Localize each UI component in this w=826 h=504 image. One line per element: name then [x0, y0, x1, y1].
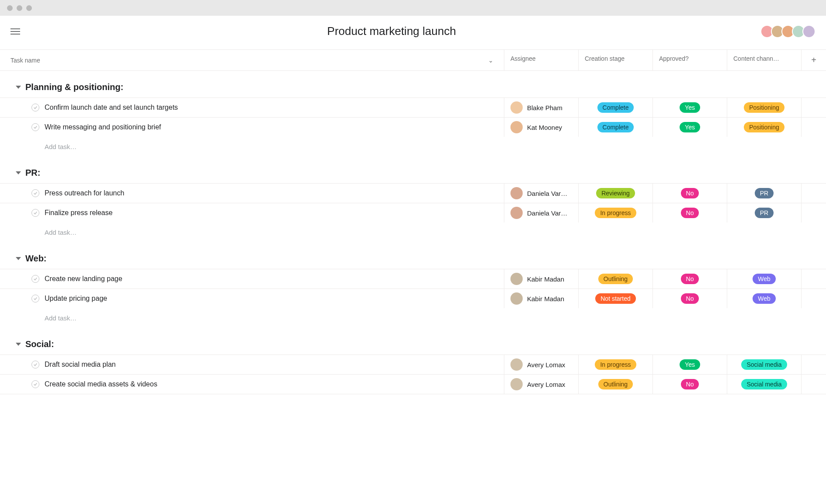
- window-control-zoom[interactable]: [26, 5, 32, 11]
- task-row[interactable]: Finalize press releaseDaniela Var…In pro…: [0, 203, 826, 222]
- section-header[interactable]: Social:: [0, 328, 826, 355]
- assignee-avatar: [510, 187, 523, 199]
- stage-pill: Complete: [597, 122, 634, 132]
- complete-check-icon[interactable]: [31, 361, 39, 368]
- approved-cell[interactable]: No: [653, 184, 727, 203]
- task-title: Confirm launch date and set launch targe…: [45, 104, 178, 111]
- column-assignee[interactable]: Assignee: [504, 50, 579, 70]
- assignee-avatar: [510, 292, 523, 305]
- complete-check-icon[interactable]: [31, 189, 39, 197]
- creation-stage-cell[interactable]: Complete: [579, 118, 653, 137]
- approved-pill: Yes: [680, 359, 700, 370]
- section-header[interactable]: Web:: [0, 242, 826, 269]
- approved-cell[interactable]: No: [653, 269, 727, 288]
- add-task-button[interactable]: Add task…: [0, 308, 826, 328]
- add-task-button[interactable]: Add task…: [0, 222, 826, 242]
- complete-check-icon[interactable]: [31, 275, 39, 283]
- task-row[interactable]: Confirm launch date and set launch targe…: [0, 97, 826, 117]
- channel-pill: Web: [753, 274, 776, 284]
- stage-pill: In progress: [595, 208, 636, 218]
- stage-pill: Reviewing: [596, 188, 635, 198]
- approved-cell[interactable]: No: [653, 289, 727, 308]
- assignee-name: Avery Lomax: [527, 381, 565, 388]
- channel-pill: Positioning: [744, 102, 784, 113]
- chevron-down-icon[interactable]: ⌄: [488, 57, 493, 64]
- app-header: Product marketing launch: [0, 16, 826, 50]
- menu-icon[interactable]: [10, 28, 20, 35]
- approved-cell[interactable]: No: [653, 375, 727, 394]
- creation-stage-cell[interactable]: Not started: [579, 289, 653, 308]
- task-title: Draft social media plan: [45, 361, 116, 368]
- row-extra-cell: [802, 355, 826, 374]
- column-creation-stage[interactable]: Creation stage: [579, 50, 653, 70]
- content-channel-cell[interactable]: Social media: [727, 355, 802, 374]
- task-row[interactable]: Update pricing pageKabir MadanNot starte…: [0, 288, 826, 308]
- approved-cell[interactable]: Yes: [653, 355, 727, 374]
- channel-pill: Social media: [741, 359, 787, 370]
- creation-stage-cell[interactable]: In progress: [579, 203, 653, 222]
- task-name-cell[interactable]: Create social media assets & videos: [0, 375, 504, 394]
- creation-stage-cell[interactable]: Reviewing: [579, 184, 653, 203]
- assignee-cell[interactable]: Kabir Madan: [504, 289, 579, 308]
- content-channel-cell[interactable]: Web: [727, 269, 802, 288]
- creation-stage-cell[interactable]: Complete: [579, 98, 653, 117]
- avatar[interactable]: [802, 25, 816, 38]
- task-name-cell[interactable]: Write messaging and positioning brief: [0, 118, 504, 137]
- content-channel-cell[interactable]: PR: [727, 184, 802, 203]
- assignee-cell[interactable]: Avery Lomax: [504, 375, 579, 394]
- caret-down-icon: [16, 343, 21, 346]
- window-control-minimize[interactable]: [17, 5, 22, 11]
- approved-cell[interactable]: No: [653, 203, 727, 222]
- task-name-cell[interactable]: Press outreach for launch: [0, 184, 504, 203]
- complete-check-icon[interactable]: [31, 123, 39, 131]
- section-header[interactable]: PR:: [0, 156, 826, 183]
- add-column-button[interactable]: +: [802, 50, 826, 70]
- task-name-cell[interactable]: Finalize press release: [0, 203, 504, 222]
- approved-cell[interactable]: Yes: [653, 98, 727, 117]
- task-row[interactable]: Draft social media planAvery LomaxIn pro…: [0, 355, 826, 374]
- window-control-close[interactable]: [7, 5, 13, 11]
- task-row[interactable]: Create new landing pageKabir MadanOutlin…: [0, 269, 826, 288]
- column-task-name[interactable]: Task name ⌄: [0, 50, 504, 70]
- complete-check-icon[interactable]: [31, 209, 39, 217]
- complete-check-icon[interactable]: [31, 295, 39, 302]
- task-title: Create social media assets & videos: [45, 380, 157, 388]
- row-extra-cell: [802, 289, 826, 308]
- assignee-cell[interactable]: Kat Mooney: [504, 118, 579, 137]
- task-name-cell[interactable]: Create new landing page: [0, 269, 504, 288]
- section-header[interactable]: Planning & positioning:: [0, 71, 826, 97]
- stage-pill: Outlining: [598, 379, 633, 389]
- content-channel-cell[interactable]: PR: [727, 203, 802, 222]
- task-name-cell[interactable]: Draft social media plan: [0, 355, 504, 374]
- assignee-cell[interactable]: Kabir Madan: [504, 269, 579, 288]
- content-channel-cell[interactable]: Web: [727, 289, 802, 308]
- creation-stage-cell[interactable]: Outlining: [579, 269, 653, 288]
- approved-cell[interactable]: Yes: [653, 118, 727, 137]
- add-task-button[interactable]: Add task…: [0, 137, 826, 156]
- complete-check-icon[interactable]: [31, 380, 39, 388]
- column-approved[interactable]: Approved?: [653, 50, 727, 70]
- collaborator-avatars[interactable]: [763, 25, 816, 38]
- column-content-channel[interactable]: Content chann…: [727, 50, 802, 70]
- caret-down-icon: [16, 171, 21, 174]
- task-row[interactable]: Create social media assets & videosAvery…: [0, 374, 826, 394]
- task-name-cell[interactable]: Update pricing page: [0, 289, 504, 308]
- task-name-cell[interactable]: Confirm launch date and set launch targe…: [0, 98, 504, 117]
- creation-stage-cell[interactable]: In progress: [579, 355, 653, 374]
- content-channel-cell[interactable]: Social media: [727, 375, 802, 394]
- approved-pill: No: [681, 188, 699, 198]
- creation-stage-cell[interactable]: Outlining: [579, 375, 653, 394]
- content-channel-cell[interactable]: Positioning: [727, 98, 802, 117]
- assignee-cell[interactable]: Avery Lomax: [504, 355, 579, 374]
- task-row[interactable]: Press outreach for launchDaniela Var…Rev…: [0, 183, 826, 203]
- content-channel-cell[interactable]: Positioning: [727, 118, 802, 137]
- assignee-cell[interactable]: Blake Pham: [504, 98, 579, 117]
- assignee-cell[interactable]: Daniela Var…: [504, 184, 579, 203]
- section-title: PR:: [25, 168, 40, 178]
- task-row[interactable]: Write messaging and positioning briefKat…: [0, 117, 826, 137]
- stage-pill: In progress: [595, 359, 636, 370]
- approved-pill: No: [681, 208, 699, 218]
- complete-check-icon[interactable]: [31, 104, 39, 111]
- assignee-cell[interactable]: Daniela Var…: [504, 203, 579, 222]
- assignee-name: Daniela Var…: [527, 190, 567, 197]
